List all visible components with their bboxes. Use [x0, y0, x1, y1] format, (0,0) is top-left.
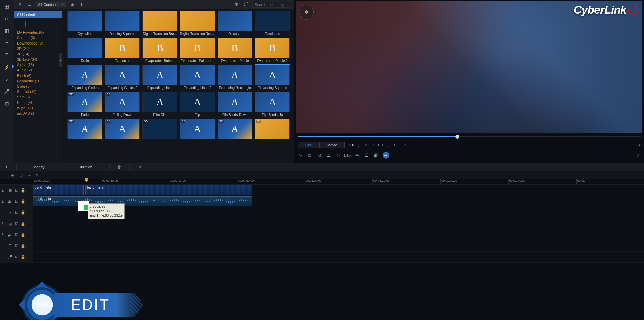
settings-button[interactable]: ☰: [364, 153, 369, 158]
track-visible-icon[interactable]: ☑: [14, 199, 19, 204]
content-filter-dropdown[interactable]: All Content: [36, 2, 66, 7]
category-item[interactable]: Alpha (15): [14, 62, 62, 67]
undock-button[interactable]: ⤢: [635, 153, 641, 158]
track-header[interactable]: T☑🔓: [0, 240, 33, 251]
transition-item[interactable]: Digital Transition Res...: [180, 11, 215, 36]
volume-button[interactable]: 🔊: [373, 153, 379, 158]
transition-item[interactable]: Dominoes: [255, 11, 290, 36]
prev-frame-button[interactable]: ◁: [316, 153, 322, 158]
track-visible-icon[interactable]: ☑: [14, 221, 19, 226]
transition-item[interactable]: AFilm Clip: [142, 92, 177, 117]
transition-item[interactable]: AExpanding Lines: [142, 65, 177, 90]
track-header[interactable]: 2.🔈☑🔓: [0, 229, 33, 240]
timeline-link-icon[interactable]: ⫘: [26, 172, 32, 178]
search-icon[interactable]: ⌕: [286, 2, 289, 7]
chapter-room-icon[interactable]: ⊞: [3, 100, 11, 107]
track-lane[interactable]: [33, 240, 644, 251]
category-item[interactable]: Audio (2): [14, 67, 62, 73]
transition-item[interactable]: A3D: [218, 119, 252, 140]
transition-item[interactable]: 3D: [142, 119, 177, 140]
transition-item[interactable]: BEvaporate - Bubble: [142, 38, 177, 63]
transition-item[interactable]: AExpanding Rectangle: [218, 65, 252, 90]
track-lock-icon[interactable]: 🔓: [20, 232, 25, 237]
category-item[interactable]: Block (6): [14, 73, 62, 78]
shape-a-icon[interactable]: [18, 21, 26, 27]
transition-item[interactable]: 3D: [255, 119, 290, 140]
particle-room-icon[interactable]: ✦: [3, 39, 11, 47]
transition-item[interactable]: AFlip: [180, 92, 215, 117]
import-icon[interactable]: ⎘: [17, 2, 23, 8]
snapshot-button[interactable]: ◎: [354, 153, 360, 158]
timeline-clip[interactable]: band-meta: [33, 185, 84, 195]
track-header[interactable]: 2.▦☑🔓: [0, 218, 33, 229]
timeline-marker-icon[interactable]: ◈: [10, 172, 16, 178]
track-visible-icon[interactable]: ☑: [14, 243, 19, 249]
new-item-icon[interactable]: ⊕: [69, 2, 76, 8]
tree-header[interactable]: All Content: [14, 11, 62, 18]
transition-item[interactable]: AExpanding Circles 2: [105, 65, 140, 90]
category-item[interactable]: proDAD (1): [14, 111, 62, 116]
category-item[interactable]: Special (10): [14, 89, 62, 94]
tab-movie[interactable]: Movie: [319, 142, 345, 148]
category-item[interactable]: Custom (0): [14, 35, 62, 40]
stop-button[interactable]: □: [307, 153, 312, 158]
category-item[interactable]: Wipe (11): [14, 105, 62, 111]
shape-b-icon[interactable]: [29, 21, 37, 27]
audio-room-icon[interactable]: ♪: [3, 76, 11, 83]
duration-button[interactable]: Duration: [68, 165, 103, 169]
timeline-view-icon[interactable]: ☰: [2, 172, 7, 178]
transition-item[interactable]: BEvaporate - Ripple 2: [255, 38, 290, 63]
transition-item[interactable]: AFlip Blinds Up: [255, 92, 290, 117]
transition-item[interactable]: A3DFade: [67, 92, 102, 117]
fx-room-icon[interactable]: fx: [3, 15, 11, 22]
transition-item[interactable]: BEvaporate - Ripple: [218, 38, 252, 63]
360-mode-badge[interactable]: 360: [383, 152, 389, 159]
folder-icon[interactable]: ▭: [26, 2, 32, 8]
expand-icon[interactable]: ⛶: [243, 2, 249, 8]
search-input[interactable]: [255, 3, 285, 7]
track-header[interactable]: fx☑🔓: [0, 207, 33, 218]
zoom-fit-label[interactable]: Fit: [402, 143, 406, 147]
transition-item[interactable]: AExpanding Lines 2: [180, 65, 215, 90]
timeline-wave-icon[interactable]: ∿: [34, 172, 40, 178]
modify-button[interactable]: Modify: [23, 165, 54, 169]
track-visible-icon[interactable]: ☑: [14, 255, 19, 260]
subtitle-room-icon[interactable]: …: [3, 112, 11, 119]
track-lock-icon[interactable]: 🔓: [20, 199, 25, 204]
timeline-clip[interactable]: band-meta: [33, 196, 252, 206]
transition-item[interactable]: BEvaporate: [105, 38, 140, 63]
category-item[interactable]: 3D (14): [14, 51, 62, 57]
track-header[interactable]: 1.▦☑🔓: [0, 185, 33, 196]
transition-room-icon[interactable]: ⚡: [3, 63, 11, 71]
track-lock-icon[interactable]: 🔓: [20, 243, 25, 249]
track-visible-icon[interactable]: ☑: [14, 232, 19, 237]
voice-room-icon[interactable]: 🎤: [3, 88, 11, 95]
category-item[interactable]: Downloaded (0): [14, 40, 62, 46]
transition-item[interactable]: Dissolve: [218, 11, 252, 36]
track-lock-icon[interactable]: 🔓: [20, 210, 25, 215]
next-frame-button[interactable]: ▷: [335, 153, 341, 158]
track-lane[interactable]: [33, 252, 644, 262]
category-item[interactable]: Slide (3): [14, 84, 62, 89]
transition-item[interactable]: A3D: [67, 119, 102, 140]
preview-scrubber[interactable]: [298, 134, 641, 140]
transition-item[interactable]: Crystalize: [67, 11, 102, 36]
transition-item[interactable]: AExpanding Squares: [255, 65, 290, 90]
track-lane[interactable]: [33, 229, 644, 240]
transition-item[interactable]: A3DFalling Down: [105, 92, 140, 117]
track-lock-icon[interactable]: 🔓: [20, 221, 25, 226]
zoom-dropdown-icon[interactable]: ▾: [639, 143, 641, 147]
fast-forward-button[interactable]: ▷▷: [345, 153, 350, 158]
preview-viewport[interactable]: ✥: [296, 1, 642, 133]
collapse-tree-button[interactable]: ◀: [59, 53, 62, 67]
transition-item[interactable]: Dancing Squares: [105, 11, 140, 36]
track-lane[interactable]: band-metaband-meta: [33, 185, 644, 196]
track-visible-icon[interactable]: ☑: [14, 188, 19, 193]
transition-item[interactable]: Digital Transition Bre...: [142, 11, 177, 36]
tab-clip[interactable]: Clip: [298, 142, 319, 148]
media-room-icon[interactable]: ▦: [3, 3, 11, 10]
transition-item[interactable]: A3D: [180, 119, 215, 140]
download-icon[interactable]: ⬇: [79, 2, 85, 8]
library-search[interactable]: ⌕: [252, 2, 291, 8]
transition-item[interactable]: Drain: [67, 38, 102, 63]
